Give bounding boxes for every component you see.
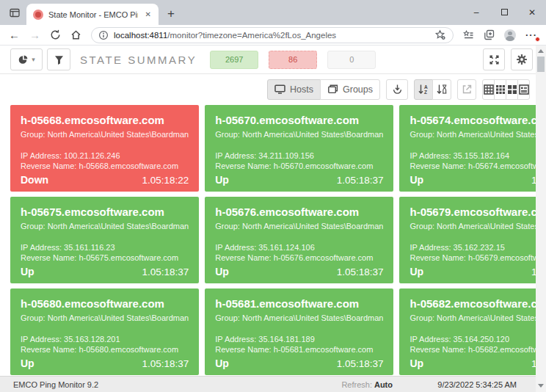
scroll-down-arrow-icon[interactable] [538,384,544,388]
status-bar: EMCO Ping Monitor 9.2 Refresh:Auto 9/23/… [0,376,536,392]
host-group: Group:North America\United States\Boardm… [21,221,189,231]
tab-actions-button[interactable] [6,4,23,21]
host-card[interactable]: h-05681.emcosoftware.com Group:North Ame… [205,288,393,375]
nav-right-icons: ··· [463,29,537,41]
current-datetime: 9/23/2022 5:34:25 AM [437,380,517,389]
host-card[interactable]: h-05668.emcosoftware.com Group:North Ame… [10,105,199,192]
settings-button[interactable] [511,48,533,70]
details-list-icon [519,84,529,95]
host-card[interactable]: h-05676.emcosoftware.com Group:North Ame… [205,197,393,283]
browser-tab[interactable]: State Monitor - EMCO Ping Mon ✕ [26,4,159,25]
layout-button-group [482,79,530,100]
host-card[interactable]: h-05674.emcosoftware.com Group:North Ame… [399,105,546,192]
svg-text:A: A [424,84,428,90]
up-count-badge[interactable]: 2697 [210,51,258,69]
table-view-button[interactable] [482,79,495,100]
host-name: h-05681.emcosoftware.com [215,297,383,310]
host-ip: IP Address:35.155.182.164 [410,150,546,161]
scrollbar-thumb[interactable] [537,57,545,72]
host-reverse-name: Reverse Name:h-05670.emcosoftware.com [215,161,383,171]
host-name: h-05674.emcosoftware.com [410,114,546,126]
hosts-groups-toggle: Hosts Groups [267,79,380,100]
sort-by-time-button[interactable] [432,79,451,100]
tab-title: State Monitor - EMCO Ping Mon [48,10,138,19]
import-button[interactable] [386,79,408,100]
tab-close-icon[interactable]: ✕ [143,9,153,20]
large-tiles-icon [507,84,517,95]
down-count-badge[interactable]: 86 [269,51,317,69]
host-group: Group:North America\United States\Boardm… [215,129,383,139]
host-status: Down [21,174,48,186]
new-tab-button[interactable]: + [167,9,175,19]
page-title: STATE SUMMARY [80,54,197,66]
host-ip: IP Address:35.161.116.23 [21,242,189,253]
tiles-view-button[interactable] [494,79,506,100]
tab-hosts[interactable]: Hosts [267,79,321,100]
browser-tab-strip: State Monitor - EMCO Ping Mon ✕ + – ✕ [0,0,546,25]
download-icon [392,84,403,95]
gear-icon [516,54,528,65]
forward-button[interactable]: → [29,29,40,40]
host-name: h-05679.emcosoftware.com [410,206,546,218]
add-favorite-icon[interactable] [434,29,446,40]
site-favicon-icon [33,10,43,20]
vertical-scrollbar[interactable] [536,46,546,392]
browser-nav-bar: ← → localhost:4811/monitor?timezone=Amer… [0,25,546,46]
host-status: Up [215,266,229,277]
toolbar-right [483,48,533,70]
host-group: Group:North America\United States\Boardm… [410,129,546,139]
host-status: Up [215,174,229,186]
host-card[interactable]: h-05670.emcosoftware.com Group:North Ame… [205,105,393,192]
home-button[interactable] [70,29,81,40]
host-status: Up [21,357,34,369]
host-card[interactable]: h-05679.emcosoftware.com Group:North Ame… [399,197,546,283]
view-toolbar: Hosts Groups AZ [0,74,536,104]
sort-alphabetical-button[interactable]: AZ [414,79,433,100]
refresh-button[interactable] [50,29,61,40]
host-ip: IP Address:35.162.232.15 [410,242,546,253]
host-card[interactable]: h-05675.emcosoftware.com Group:North Ame… [10,197,199,283]
open-in-window-button[interactable] [457,79,476,100]
address-bar[interactable]: localhost:4811/monitor?timezone=America%… [91,27,454,43]
app-toolbar: ▾ STATE SUMMARY 2697 86 0 [0,46,536,74]
favorites-icon[interactable] [463,30,474,40]
host-group: Group:North America\United States\Boardm… [21,129,189,139]
profile-avatar[interactable] [504,29,516,41]
close-button[interactable]: ✕ [518,0,546,24]
host-reverse-name: Reverse Name:h-05676.emcosoftware.com [215,253,383,263]
url-text: localhost:4811/monitor?timezone=America%… [114,31,429,40]
tab-groups[interactable]: Groups [320,79,380,100]
host-reverse-name: Reverse Name:h-05680.emcosoftware.com [21,344,189,355]
host-grid: h-05668.emcosoftware.com Group:North Ame… [10,105,525,375]
host-card[interactable]: h-05682.emcosoftware.com Group:North Ame… [399,288,546,375]
back-button[interactable]: ← [9,29,20,40]
host-state-duration: 1.05:18:37 [337,266,384,277]
host-reverse-name: Reverse Name:h-05679.emcosoftware.com [410,253,546,263]
collections-icon[interactable] [484,29,495,40]
chart-view-dropdown-button[interactable]: ▾ [10,48,43,70]
blocks-view-button[interactable] [506,79,518,100]
minimize-button[interactable]: – [462,0,490,24]
site-info-icon[interactable] [98,30,109,40]
scroll-up-arrow-icon[interactable] [538,49,544,53]
app-version: EMCO Ping Monitor 9.2 [13,380,98,389]
maximize-icon [501,9,508,15]
browser-menu-button[interactable]: ··· [525,29,537,40]
other-count-badge[interactable]: 0 [327,51,376,69]
host-status: Up [410,266,423,277]
host-card[interactable]: h-05680.emcosoftware.com Group:North Ame… [10,288,199,375]
window-icon [10,8,20,18]
url-path: /monitor?timezone=America%2fLos_Angeles [167,31,336,40]
host-reverse-name: Reverse Name:h-05675.emcosoftware.com [21,253,189,263]
host-ip: IP Address:35.164.181.189 [215,334,383,344]
host-status: Up [215,357,229,369]
filter-button[interactable] [47,48,70,70]
details-view-button[interactable] [517,79,530,100]
host-state-duration: 1.05:18:37 [337,175,384,186]
sort-az-icon: AZ [418,84,429,95]
maximize-button[interactable] [490,0,518,24]
hosts-label: Hosts [290,84,313,95]
host-ip: IP Address:34.211.109.156 [215,150,383,161]
host-state-duration: 1.05:18:22 [142,175,189,186]
fullscreen-button[interactable] [483,48,505,70]
